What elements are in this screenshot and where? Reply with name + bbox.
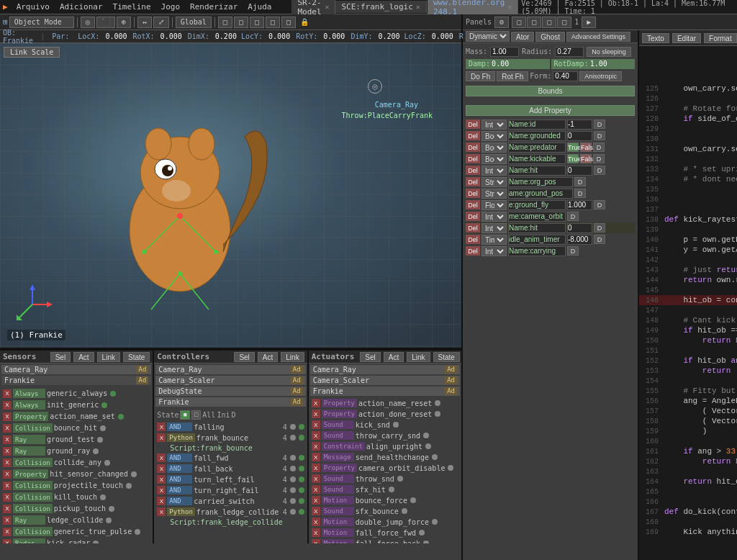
logic-view-btn4[interactable]: □ xyxy=(557,17,571,28)
ator-tab[interactable]: Ator xyxy=(511,32,534,42)
dim-y-val[interactable]: 0.200 xyxy=(378,32,399,40)
prop-type-select[interactable]: Int xyxy=(481,166,507,176)
link-scale-btn[interactable]: Link Scale xyxy=(4,47,60,58)
sensor-x-btn[interactable]: X xyxy=(3,459,12,467)
prop-d-btn[interactable]: D xyxy=(574,177,586,186)
sensors-sel-btn[interactable]: Sel xyxy=(50,352,71,362)
ctrl-sel-btn[interactable]: Sel xyxy=(234,352,254,362)
mass-input[interactable] xyxy=(490,47,519,57)
tab-sr2-close[interactable]: ✕ xyxy=(325,3,329,11)
no-sleeping-btn[interactable]: No sleeping xyxy=(587,47,631,57)
tab-web-close[interactable]: ✕ xyxy=(507,3,512,11)
logic-view-btn3[interactable]: □ xyxy=(542,17,556,28)
prop-type-select[interactable]: String xyxy=(481,189,507,199)
sensor-x-btn[interactable]: X xyxy=(3,493,12,502)
prop-name-input[interactable] xyxy=(508,131,566,141)
menu-renderizar[interactable]: Renderizar xyxy=(186,1,242,13)
viewport-btn-1[interactable]: ◎ xyxy=(81,17,95,28)
loc-z-val[interactable]: 0.000 xyxy=(432,32,453,40)
tab-sce[interactable]: SCE:frank_logic ✕ xyxy=(335,1,426,13)
prop-type-select[interactable]: Timer xyxy=(481,235,507,245)
prop-name-input[interactable] xyxy=(508,177,573,187)
act-x-btn[interactable]: X xyxy=(312,420,320,429)
act-x-btn[interactable]: X xyxy=(312,485,320,494)
act-sel-btn[interactable]: Sel xyxy=(360,352,380,362)
sensors-link-btn[interactable]: Link xyxy=(97,352,120,362)
view-btn5[interactable]: □ xyxy=(281,17,296,28)
prop-del-btn[interactable]: Del xyxy=(466,212,480,221)
prop-del-btn[interactable]: Del xyxy=(466,166,480,175)
editar-btn[interactable]: Editar xyxy=(672,33,701,43)
ctrl-x-btn[interactable]: X xyxy=(157,486,166,494)
prop-d-btn[interactable]: D xyxy=(594,235,605,244)
menu-ajuda[interactable]: Ajuda xyxy=(243,1,276,13)
prop-del-btn[interactable]: Del xyxy=(466,189,480,198)
prop-val-input[interactable] xyxy=(567,131,592,141)
prop-name-input[interactable] xyxy=(508,143,566,153)
prop-type-select[interactable]: Int xyxy=(481,119,507,130)
prop-name-input[interactable] xyxy=(508,154,566,164)
act-x-btn[interactable]: X xyxy=(312,453,320,461)
prop-val-input[interactable] xyxy=(567,235,592,245)
prop-name-input[interactable] xyxy=(508,200,566,210)
sensor-x-btn[interactable]: X xyxy=(3,482,12,490)
anisotropic-btn[interactable]: Anisotropic xyxy=(579,71,622,81)
prop-del-btn[interactable]: Del xyxy=(466,154,480,163)
prop-d-btn[interactable]: D xyxy=(594,119,605,129)
prop-type-select[interactable]: Bool xyxy=(481,143,507,153)
act-state-btn[interactable]: State xyxy=(433,352,460,362)
act-x-btn[interactable]: X xyxy=(312,496,320,505)
act-x-btn[interactable]: X xyxy=(312,442,320,451)
page-next-btn[interactable]: ▶ xyxy=(582,17,596,28)
bool-false-btn[interactable]: False xyxy=(580,154,592,163)
viewport-3d[interactable]: Link Scale xyxy=(0,43,461,348)
act-x-btn[interactable]: X xyxy=(312,528,320,537)
menu-arquivo[interactable]: Arquivo xyxy=(12,1,54,13)
prop-d-btn[interactable]: D xyxy=(574,189,586,198)
menu-jogo[interactable]: Jogo xyxy=(157,1,185,13)
sensor-x-btn[interactable]: X xyxy=(3,435,12,444)
prop-val-input[interactable] xyxy=(567,200,592,210)
prop-del-btn[interactable]: Del xyxy=(466,177,480,186)
prop-name-input[interactable] xyxy=(508,119,566,130)
prop-d-btn[interactable]: D xyxy=(567,246,579,256)
prop-name-input[interactable] xyxy=(508,166,566,176)
ctrl-x-btn[interactable]: X xyxy=(157,507,166,516)
act-x-btn[interactable]: X xyxy=(312,539,320,543)
prop-type-select[interactable]: Int xyxy=(481,212,507,222)
act-x-btn[interactable]: X xyxy=(312,464,320,472)
act-x-btn[interactable]: X xyxy=(312,474,320,483)
menu-timeline[interactable]: Timeline xyxy=(109,1,155,13)
physics-type-select[interactable]: Dynamic xyxy=(466,31,510,42)
menu-adicionar[interactable]: Adicionar xyxy=(55,1,107,13)
view-btn4[interactable]: □ xyxy=(266,17,280,28)
do-fh-btn[interactable]: Do Fh xyxy=(466,71,495,81)
prop-d-btn[interactable]: D xyxy=(594,131,605,140)
object-mode-dropdown[interactable]: Object Mode xyxy=(9,17,74,28)
prop-val-input[interactable] xyxy=(567,223,592,233)
global-btn[interactable]: Global xyxy=(176,17,212,28)
prop-name-input[interactable] xyxy=(508,223,566,233)
ctrl-x-btn[interactable]: X xyxy=(157,453,166,462)
prop-d-btn[interactable]: D xyxy=(593,154,605,163)
sensors-state-btn[interactable]: State xyxy=(123,352,150,362)
sensor-x-btn[interactable]: X xyxy=(3,424,12,433)
prop-type-select[interactable]: Int xyxy=(481,223,507,233)
prop-del-btn[interactable]: Del xyxy=(466,223,480,232)
prop-name-input[interactable] xyxy=(508,189,573,199)
ctrl-x-btn[interactable]: X xyxy=(157,475,166,484)
ctrl-x-btn[interactable]: X xyxy=(157,433,166,442)
prop-type-select[interactable]: Float xyxy=(481,200,507,210)
tab-sce-close[interactable]: ✕ xyxy=(416,3,420,11)
form-input[interactable] xyxy=(553,71,578,81)
act-x-btn[interactable]: X xyxy=(312,507,320,515)
prop-del-btn[interactable]: Del xyxy=(466,200,480,209)
prop-del-btn[interactable]: Del xyxy=(466,119,480,129)
prop-type-select[interactable]: String xyxy=(481,177,507,187)
prop-del-btn[interactable]: Del xyxy=(466,246,480,256)
prop-type-select[interactable]: Bool xyxy=(481,131,507,141)
state-btn-2[interactable]: □ xyxy=(191,410,201,420)
viewport-btn-3[interactable]: ⊕ xyxy=(117,17,131,28)
prop-d-btn[interactable]: D xyxy=(567,212,579,221)
code-content-area[interactable]: 125 own_carry.set 126 127 # Rotate forw … xyxy=(639,82,737,560)
